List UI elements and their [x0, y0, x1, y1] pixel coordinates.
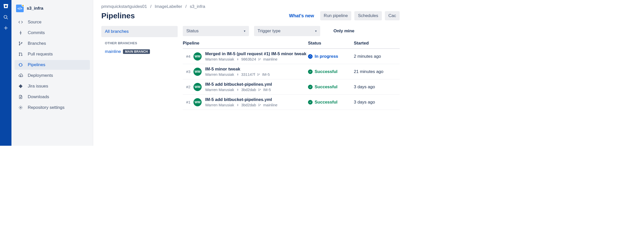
repo-name: s3_infra [27, 6, 43, 11]
table-row[interactable]: #1WMIM-5 add bitbucket-pipelines.ymlWarr… [183, 95, 400, 110]
repo-avatar-text: </> [18, 7, 22, 10]
caches-button[interactable]: Cac [385, 11, 400, 20]
svg-point-7 [19, 42, 20, 42]
pipeline-number: #1 [183, 100, 190, 104]
pipeline-meta: Warren Marusiak331147fIM-5 [205, 72, 308, 77]
branch-icon [258, 58, 261, 61]
only-mine-toggle-label[interactable]: Only mine [333, 28, 354, 34]
branch-icon [18, 41, 23, 46]
pipeline-number: #3 [183, 69, 190, 74]
pipeline-meta: Warren Marusiak3bd2dabIM-5 [205, 87, 308, 92]
pipeline-number: #2 [183, 85, 190, 89]
chevron-down-icon: ▾ [244, 29, 245, 33]
pipeline-branch[interactable]: IM-5 [263, 87, 271, 92]
pipeline-author: Warren Marusiak [205, 72, 234, 77]
pipeline-table-area: Status ▾ Trigger type ▾ Only mine Pipeli… [183, 26, 400, 110]
sidebar-item-downloads[interactable]: Downloads [15, 92, 90, 102]
sidebar-item-deployments[interactable]: Deployments [15, 71, 90, 80]
svg-point-22 [309, 55, 311, 57]
svg-point-8 [19, 45, 20, 45]
sidebar-item-source[interactable]: Source [15, 17, 90, 27]
filter-bar: Status ▾ Trigger type ▾ Only mine [183, 26, 400, 36]
svg-point-21 [260, 58, 261, 59]
pipeline-status: Successful [308, 69, 354, 74]
breadcrumb-separator: / [185, 4, 187, 9]
svg-point-4 [20, 32, 21, 34]
header-actions: What's new Run pipeline Schedules Cac [289, 11, 400, 20]
sidebar-item-branches[interactable]: Branches [15, 39, 90, 48]
branch-item-mainline[interactable]: mainline MAIN BRANCH [101, 48, 178, 56]
col-header-pipeline: Pipeline [183, 41, 308, 46]
pipeline-commit[interactable]: 3bd2dab [241, 87, 256, 92]
sidebar-item-jira-issues[interactable]: Jira issues [15, 81, 90, 91]
branch-panel: All branches OTHER BRANCHES mainline MAI… [101, 26, 178, 110]
table-row[interactable]: #4WMMerged in IM-5 (pull request #1) IM-… [183, 49, 400, 64]
pipeline-started: 21 minutes ago [354, 69, 400, 74]
sidebar-item-pipelines[interactable]: Pipelines [15, 60, 90, 70]
pipeline-table: Pipeline Status Started #4WMMerged in IM… [183, 41, 400, 110]
jira-icon [18, 84, 23, 89]
avatar: WM [193, 52, 202, 61]
status-label: Successful [315, 100, 338, 105]
sidebar-item-label: Pull requests [28, 52, 53, 57]
pipeline-branch[interactable]: mainline [263, 103, 277, 107]
pipeline-branch[interactable]: IM-5 [262, 72, 270, 77]
sidebar-item-commits[interactable]: Commits [15, 28, 90, 38]
pipeline-author: Warren Marusiak [205, 57, 234, 61]
avatar: WM [193, 98, 202, 106]
avatar: WM [193, 83, 202, 91]
svg-point-32 [259, 89, 259, 89]
sidebar-item-pull-requests[interactable]: Pull requests [15, 49, 90, 59]
repo-header[interactable]: </> 🔒 s3_infra [15, 5, 90, 12]
sidebar-item-label: Source [28, 20, 41, 25]
status-label: Successful [315, 84, 338, 90]
pipelines-icon [18, 62, 23, 67]
sidebar-item-label: Jira issues [28, 84, 48, 89]
pipeline-started: 3 days ago [354, 100, 400, 105]
col-header-started: Started [354, 41, 400, 46]
svg-point-23 [237, 74, 238, 75]
table-row[interactable]: #3WMIM-5 minor tweakWarren Marusiak33114… [183, 64, 400, 79]
global-nav-rail [0, 0, 11, 146]
pipeline-meta: Warren Marusiak3bd2dabmainline [205, 103, 308, 107]
pull-request-icon [18, 52, 23, 57]
search-icon[interactable] [3, 14, 9, 20]
breadcrumb-item[interactable]: pmmquickstartguides01 [101, 4, 147, 9]
whats-new-link[interactable]: What's new [289, 13, 314, 19]
pipeline-commit[interactable]: 3bd2dab [241, 103, 256, 107]
svg-point-28 [259, 74, 260, 74]
sidebar-item-label: Pipelines [28, 62, 45, 67]
svg-point-19 [259, 58, 259, 58]
sidebar-item-repo-settings[interactable]: Repository settings [15, 103, 90, 112]
schedules-button[interactable]: Schedules [354, 11, 382, 20]
bitbucket-logo-icon[interactable] [2, 3, 9, 10]
branch-name: mainline [105, 49, 121, 54]
status-icon [308, 69, 313, 74]
pipeline-title: IM-5 add bitbucket-pipelines.yml [205, 82, 308, 87]
download-icon [18, 94, 23, 99]
pipeline-number: #4 [183, 54, 190, 58]
sidebar-item-label: Commits [28, 30, 45, 35]
breadcrumb-item[interactable]: ImageLabeller [155, 4, 182, 9]
breadcrumb: pmmquickstartguides01 / ImageLabeller / … [101, 4, 400, 9]
pipeline-status: Successful [308, 100, 354, 105]
pipeline-info: Merged in IM-5 (pull request #1) IM-5 mi… [205, 51, 308, 61]
trigger-filter-label: Trigger type [258, 28, 281, 34]
status-filter-select[interactable]: Status ▾ [183, 26, 249, 36]
sidebar-item-label: Downloads [28, 94, 49, 99]
status-label: In progress [315, 54, 338, 59]
main-branch-badge: MAIN BRANCH [123, 49, 150, 54]
pipeline-commit[interactable]: 331147f [241, 72, 255, 77]
pipeline-branch[interactable]: mainline [263, 57, 277, 61]
trigger-filter-select[interactable]: Trigger type ▾ [254, 26, 320, 36]
all-branches-tab[interactable]: All branches [101, 26, 178, 37]
pipeline-commit[interactable]: 9863b24 [241, 57, 256, 61]
svg-point-20 [259, 60, 259, 60]
add-icon[interactable] [3, 25, 9, 31]
run-pipeline-button[interactable]: Run pipeline [320, 11, 352, 20]
breadcrumb-item[interactable]: s3_infra [190, 4, 205, 9]
svg-point-15 [20, 107, 21, 108]
svg-point-0 [4, 16, 7, 19]
status-filter-label: Status [186, 28, 199, 34]
table-row[interactable]: #2WMIM-5 add bitbucket-pipelines.ymlWarr… [183, 79, 400, 95]
